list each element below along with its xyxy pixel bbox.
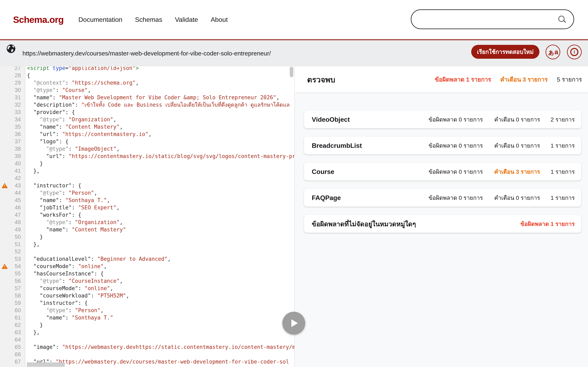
code-line: 58 "courseWorkload": "PT5H52M", (0, 292, 294, 299)
code-text: "description": "เข้าใจทั้ง Code และ Busi… (27, 101, 290, 108)
result-card-faqpage[interactable]: FAQPageข้อผิดพลาด 0 รายการคำเตือน 0 รายก… (304, 189, 581, 207)
line-number: 65 (0, 343, 21, 351)
line-number: 63 (0, 329, 21, 336)
code-line: 29 "@context": "https://schema.org", (0, 79, 294, 86)
code-line: 28{ (0, 72, 294, 79)
schema-org-logo[interactable]: Schema.org (13, 15, 64, 25)
code-line: 47 "worksFor": { (0, 211, 294, 218)
line-number: 56 (0, 277, 21, 285)
warning-count-badge[interactable]: คำเตือน 3 รายการ (500, 75, 548, 84)
line-number: 36 (0, 131, 21, 138)
card-error-count: ข้อผิดพลาด 0 รายการ (422, 141, 483, 150)
code-text: "courseMode": "online", (27, 263, 107, 270)
code-text: { (27, 72, 30, 79)
result-card-course[interactable]: Courseข้อผิดพลาด 0 รายการคำเตือน 3 รายกา… (304, 163, 581, 181)
line-number: 27 (0, 67, 21, 72)
globe-icon (6, 44, 16, 53)
code-text: "url": "https://contentmastery.io", (27, 131, 152, 138)
code-line: !54 "courseMode": "online", (0, 263, 294, 270)
info-button[interactable]: i (567, 45, 582, 59)
code-text: "url": "https://contentmastery.io/static… (27, 152, 294, 160)
code-line: 56 "@type": "CourseInstance", (0, 277, 294, 285)
main-nav: DocumentationSchemasValidateAbout (78, 0, 228, 39)
line-number: 49 (0, 226, 21, 233)
code-line: 36 "url": "https://contentmastery.io", (0, 131, 294, 138)
line-number: 46 (0, 204, 21, 211)
nav-item-documentation[interactable]: Documentation (78, 16, 122, 24)
line-number: 51 (0, 241, 21, 248)
vertical-scrollbar-thumb[interactable] (290, 67, 293, 77)
language-toggle-button[interactable]: ぁa (545, 45, 560, 59)
code-text: "@type": "Organization", (27, 116, 116, 123)
horizontal-scrollbar-thumb[interactable] (27, 363, 65, 367)
total-count-badge: 5 รายการ (557, 75, 582, 84)
code-line: 31 "name": "Master Web Development for V… (0, 94, 294, 101)
code-text: "jobTitle": "SEO Expert", (27, 204, 120, 211)
code-line: 55 "hasCourseInstance": { (0, 270, 294, 277)
line-number: 62 (0, 321, 21, 329)
line-number: 37 (0, 138, 21, 145)
nav-item-validate[interactable]: Validate (175, 16, 198, 24)
code-line: 41 }, (0, 167, 294, 175)
code-line: 52 (0, 248, 294, 255)
card-warning-count: คำเตือน 0 รายการ (483, 115, 540, 124)
results-header: ตรวจพบ ข้อผิดพลาด 1 รายการ คำเตือน 3 ราย… (295, 67, 588, 93)
code-text: "@type": "Person", (27, 307, 104, 314)
info-icon: i (570, 48, 579, 56)
line-number: 60 (0, 307, 21, 314)
code-text: "instructor": { (27, 299, 87, 307)
code-text: "@type": "ImageObject", (27, 145, 120, 152)
code-line: 48 "@type": "Organization", (0, 218, 294, 226)
detected-items-list: VideoObjectข้อผิดพลาด 0 รายการคำเตือน 0 … (295, 93, 588, 233)
code-line: 57 "courseMode": "online", (0, 285, 294, 292)
nav-item-schemas[interactable]: Schemas (135, 16, 162, 24)
search-input[interactable] (418, 12, 554, 28)
error-count-badge[interactable]: ข้อผิดพลาด 1 รายการ (435, 75, 491, 84)
result-card-videoobject[interactable]: VideoObjectข้อผิดพลาด 0 รายการคำเตือน 0 … (304, 110, 581, 128)
code-text: "logo": { (27, 138, 69, 145)
code-line: 35 "name": "Content Mastery", (0, 123, 294, 131)
line-number: 41 (0, 167, 21, 175)
expand-panel-button[interactable] (282, 312, 305, 334)
run-new-test-button[interactable]: เรียกใช้การทดสอบใหม่ (471, 45, 539, 59)
code-text: "name": "Master Web Development for Vibe… (27, 94, 279, 101)
code-text: "worksFor": { (27, 211, 81, 218)
card-error-count: ข้อผิดพลาด 0 รายการ (422, 115, 483, 124)
code-text: }, (27, 167, 40, 175)
summary-badges: ข้อผิดพลาด 1 รายการ คำเตือน 3 รายการ 5 ร… (435, 75, 582, 84)
nav-item-about[interactable]: About (211, 16, 228, 24)
code-text: "@type": "CourseInstance", (27, 277, 123, 285)
url-bar: https://webmastery.dev/courses/master-we… (0, 40, 588, 67)
card-warning-count: คำเตือน 0 รายการ (483, 141, 540, 150)
result-card-breadcrumblist[interactable]: BreadcrumbListข้อผิดพลาด 0 รายการคำเตือน… (304, 137, 581, 155)
code-text: <script type="application/ld+json"> (27, 67, 139, 72)
code-text: "educationalLevel": "Beginner to Advance… (27, 255, 171, 263)
code-line: 38 "@type": "ImageObject", (0, 145, 294, 152)
code-line: 51 }, (0, 241, 294, 248)
line-number: 43 (0, 182, 21, 189)
card-title: Course (312, 168, 422, 175)
code-line: 33 "provider": { (0, 108, 294, 116)
code-line: 63 }, (0, 329, 294, 336)
line-number: 48 (0, 218, 21, 226)
line-number: 28 (0, 72, 21, 79)
line-number: 29 (0, 79, 21, 86)
search-icon[interactable] (558, 16, 564, 22)
result-card-uncategorized-errors[interactable]: ข้อผิดพลาดที่ไม่จัดอยู่ในหมวดหมู่ใดๆข้อผ… (304, 215, 581, 233)
code-editor-panel[interactable]: 27<script type="application/ld+json">28{… (0, 67, 294, 367)
line-number: 42 (0, 175, 21, 182)
code-text: "@type": "Person", (27, 189, 97, 197)
line-number: 31 (0, 94, 21, 101)
code-line: !43 "instructor": { (0, 182, 294, 189)
code-text: "name": "Content Mastery", (27, 123, 123, 131)
code-line: 39 "url": "https://contentmastery.io/sta… (0, 152, 294, 160)
code-text: "provider": { (27, 108, 75, 116)
card-item-count: 1 รายการ (540, 167, 575, 176)
line-number: 55 (0, 270, 21, 277)
code-line: 65 "image": "https://webmastery.devhttps… (0, 343, 294, 351)
line-number: 61 (0, 314, 21, 321)
code-line: 59 "instructor": { (0, 299, 294, 307)
line-number: 30 (0, 86, 21, 94)
card-title: FAQPage (312, 194, 422, 202)
card-item-count: 2 รายการ (540, 115, 575, 124)
